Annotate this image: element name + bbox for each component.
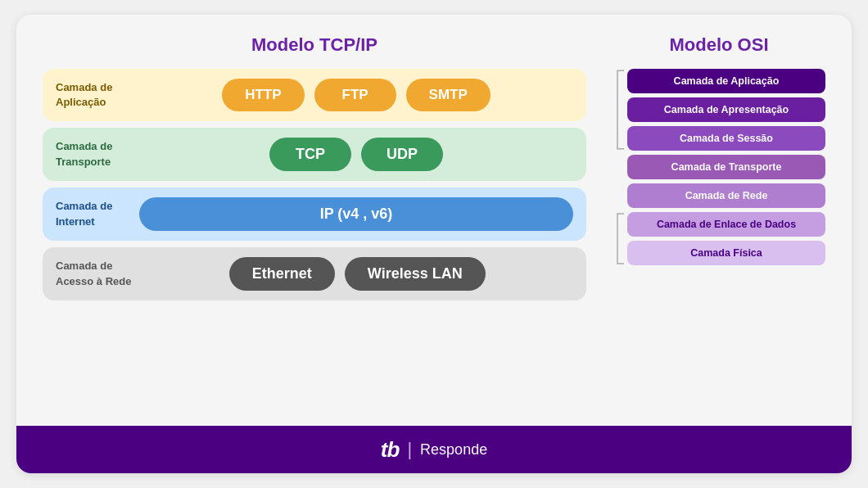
protocol-ethernet: Ethernet [229, 257, 335, 291]
osi-transport-row: Camada de Transporte [613, 155, 825, 179]
footer-logo: tb [381, 437, 400, 463]
transport-label: Camada deTransporte [56, 139, 129, 169]
main-card: Modelo TCP/IP Camada deAplicação HTTP FT… [16, 15, 852, 473]
osi-app-stack: Camada de Aplicação Camada de Apresentaç… [627, 69, 825, 151]
osi-section: Modelo OSI Camada de Aplicação Camada de… [613, 34, 825, 413]
bracket-access [613, 212, 627, 265]
osi-title: Modelo OSI [613, 34, 825, 56]
protocol-tcp: TCP [269, 138, 351, 171]
osi-layout: Camada de Aplicação Camada de Apresentaç… [613, 69, 825, 265]
footer-text: Responde [420, 441, 487, 459]
osi-layer-rede: Camada de Rede [627, 183, 825, 208]
osi-access-stack: Camada de Enlace de Dados Camada Física [627, 212, 825, 265]
osi-layer-sessao: Camada de Sessão [627, 126, 825, 151]
access-label: Camada deAcesso à Rede [56, 259, 132, 288]
layer-access: Camada deAcesso à Rede Ethernet Wireless… [43, 247, 586, 300]
bracket-app [613, 69, 627, 151]
osi-layer-fisica: Camada Física [627, 241, 825, 265]
layer-application: Camada deAplicação HTTP FTP SMTP [43, 69, 586, 121]
osi-layer-enlace: Camada de Enlace de Dados [627, 212, 825, 237]
osi-layer-transporte: Camada de Transporte [627, 155, 825, 179]
osi-access-group: Camada de Enlace de Dados Camada Física [613, 212, 825, 265]
osi-layer-apresentacao: Camada de Apresentação [627, 97, 825, 122]
transport-protocols: TCP UDP [139, 138, 573, 171]
protocol-smtp: SMTP [406, 79, 491, 111]
footer: tb | Responde [16, 426, 852, 473]
protocol-udp: UDP [361, 138, 443, 171]
internet-label: Camada deInternet [56, 199, 129, 228]
layer-internet: Camada deInternet IP (v4 , v6) [43, 188, 586, 241]
protocol-ip: IP (v4 , v6) [139, 197, 573, 231]
internet-protocols: IP (v4 , v6) [139, 197, 573, 231]
protocol-ftp: FTP [314, 79, 396, 111]
application-protocols: HTTP FTP SMTP [139, 79, 573, 111]
protocol-http: HTTP [222, 79, 304, 111]
footer-divider: | [407, 439, 412, 460]
content-area: Modelo TCP/IP Camada deAplicação HTTP FT… [16, 15, 852, 426]
access-protocols: Ethernet Wireless LAN [142, 257, 574, 291]
application-label: Camada deAplicação [56, 80, 129, 110]
osi-layer-aplicacao: Camada de Aplicação [627, 69, 825, 93]
tcp-title: Modelo TCP/IP [43, 34, 586, 56]
protocol-wireless: Wireless LAN [345, 257, 486, 291]
osi-rede-row: Camada de Rede [613, 183, 825, 208]
osi-app-group: Camada de Aplicação Camada de Apresentaç… [613, 69, 825, 151]
layer-transport: Camada deTransporte TCP UDP [43, 128, 586, 181]
tcp-section: Modelo TCP/IP Camada deAplicação HTTP FT… [43, 34, 586, 413]
